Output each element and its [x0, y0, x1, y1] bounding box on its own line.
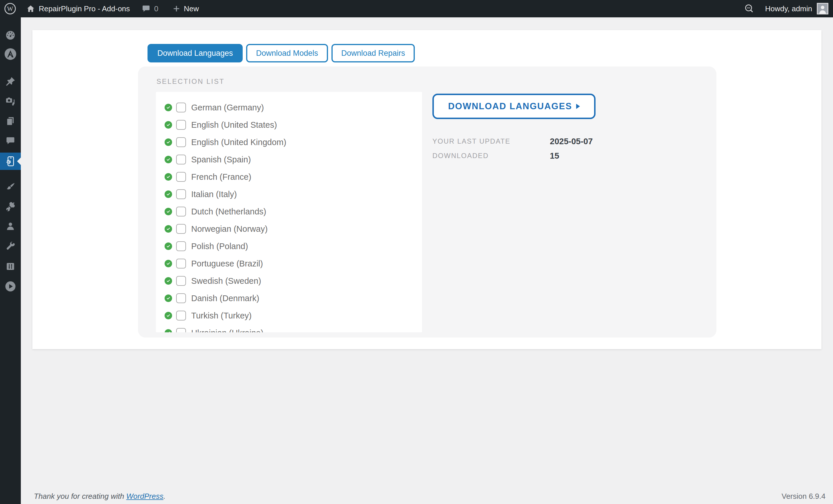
- language-checkbox[interactable]: [176, 120, 186, 130]
- stat-label: YOUR LAST UPDATE: [432, 137, 550, 145]
- language-row: Italian (Italy): [165, 185, 422, 203]
- language-checkbox[interactable]: [176, 293, 186, 303]
- settings-sliders-icon: [5, 261, 16, 272]
- language-label: Danish (Denmark): [191, 294, 259, 303]
- download-stats: YOUR LAST UPDATE 2025-05-07 DOWNLOADED 1…: [432, 134, 704, 163]
- svg-text:W: W: [7, 5, 13, 12]
- language-label: English (United States): [191, 120, 277, 130]
- users-icon: [5, 221, 16, 232]
- downloaded-check-icon: [165, 260, 172, 267]
- language-checkbox[interactable]: [176, 103, 186, 112]
- repairplugin-phone-gear-icon: [4, 155, 17, 167]
- language-checkbox[interactable]: [176, 276, 186, 286]
- pages-icon: [5, 116, 16, 127]
- downloaded-check-icon: [165, 156, 172, 163]
- language-label: Spanish (Spain): [191, 155, 251, 165]
- sidebar-item-dashboard[interactable]: [0, 27, 21, 44]
- language-row: Portuguese (Brazil): [165, 255, 422, 272]
- language-label: Ukrainian (Ukraine): [191, 328, 263, 333]
- sidebar-item-plugin-logo[interactable]: [0, 45, 21, 63]
- language-checkbox[interactable]: [176, 311, 186, 321]
- language-row: Polish (Poland): [165, 237, 422, 255]
- language-checkbox[interactable]: [176, 241, 186, 251]
- tab-download-models[interactable]: Download Models: [246, 44, 328, 62]
- sidebar-item-plugins[interactable]: [0, 198, 21, 215]
- new-label: New: [184, 4, 199, 13]
- stat-value: 15: [550, 151, 559, 161]
- new-menu[interactable]: New: [172, 0, 199, 17]
- language-label: Norwegian (Norway): [191, 224, 267, 234]
- language-row: Danish (Denmark): [165, 289, 422, 307]
- sidebar-item-collapse[interactable]: [0, 278, 21, 295]
- sidebar-item-appearance[interactable]: [0, 178, 21, 195]
- admin-bar: W RepairPlugin Pro - Add-ons 0 New: [0, 0, 833, 17]
- language-checkbox[interactable]: [176, 224, 186, 234]
- sidebar-item-settings[interactable]: [0, 258, 21, 275]
- appearance-brush-icon: [5, 181, 16, 192]
- download-languages-button[interactable]: DOWNLOAD LANGUAGES: [432, 94, 596, 119]
- language-checkbox[interactable]: [176, 259, 186, 269]
- language-label: Turkish (Turkey): [191, 311, 252, 321]
- downloaded-check-icon: [165, 277, 172, 285]
- wordpress-link[interactable]: WordPress: [126, 492, 163, 501]
- language-checkbox[interactable]: [176, 328, 186, 332]
- sidebar-item-comments[interactable]: [0, 132, 21, 149]
- caret-right-icon: [576, 104, 580, 109]
- tab-download-languages[interactable]: Download Languages: [147, 44, 243, 62]
- language-row: Ukrainian (Ukraine): [165, 324, 422, 332]
- plugin-logo-icon: [4, 47, 17, 61]
- site-name: RepairPlugin Pro - Add-ons: [39, 4, 130, 13]
- main-content-card: Download Languages Download Models Downl…: [32, 30, 822, 349]
- language-row: English (United Kingdom): [165, 133, 422, 151]
- downloaded-check-icon: [165, 121, 172, 129]
- language-label: Portuguese (Brazil): [191, 259, 263, 269]
- search-button[interactable]: [744, 0, 755, 17]
- sidebar-item-posts[interactable]: [0, 73, 21, 90]
- language-checkbox[interactable]: [176, 155, 186, 165]
- plus-icon: [172, 4, 181, 13]
- language-label: Swedish (Sweden): [191, 276, 261, 286]
- language-checkbox[interactable]: [176, 207, 186, 217]
- footer-version: Version 6.9.4: [782, 492, 826, 501]
- comments-menu[interactable]: 0: [141, 0, 158, 17]
- language-row: French (France): [165, 168, 422, 185]
- search-icon: [744, 3, 755, 14]
- sidebar-item-tools[interactable]: [0, 237, 21, 255]
- downloaded-check-icon: [165, 312, 172, 319]
- language-checkbox[interactable]: [176, 189, 186, 199]
- language-row: German (Germany): [165, 99, 422, 116]
- download-languages-button-label: DOWNLOAD LANGUAGES: [448, 101, 572, 111]
- language-checkbox[interactable]: [176, 137, 186, 147]
- tab-download-repairs[interactable]: Download Repairs: [331, 44, 415, 62]
- downloaded-check-icon: [165, 329, 172, 332]
- sidebar-item-users[interactable]: [0, 218, 21, 235]
- tools-wrench-icon: [5, 241, 16, 252]
- downloaded-check-icon: [165, 225, 172, 233]
- comment-count: 0: [154, 4, 158, 13]
- comment-bubble-icon: [141, 4, 151, 13]
- avatar[interactable]: [817, 3, 828, 15]
- downloaded-check-icon: [165, 138, 172, 146]
- language-checkbox[interactable]: [176, 172, 186, 182]
- site-menu[interactable]: RepairPlugin Pro - Add-ons: [26, 0, 130, 17]
- language-label: German (Germany): [191, 103, 264, 112]
- language-label: French (France): [191, 172, 251, 182]
- wordpress-logo-icon[interactable]: W: [4, 0, 16, 17]
- downloaded-check-icon: [165, 208, 172, 215]
- downloaded-check-icon: [165, 295, 172, 302]
- admin-sidebar: [0, 17, 21, 504]
- downloaded-check-icon: [165, 243, 172, 250]
- sidebar-item-pages[interactable]: [0, 112, 21, 130]
- sidebar-item-media[interactable]: [0, 93, 21, 110]
- stat-last-update: YOUR LAST UPDATE 2025-05-07: [432, 134, 704, 149]
- language-row: Spanish (Spain): [165, 151, 422, 168]
- download-column: DOWNLOAD LANGUAGES YOUR LAST UPDATE 2025…: [432, 94, 704, 163]
- sidebar-item-repairplugin[interactable]: [0, 153, 21, 170]
- dashboard-icon: [5, 30, 16, 41]
- language-row: English (United States): [165, 116, 422, 133]
- comments-icon: [5, 135, 16, 146]
- language-list: German (Germany) English (United States)…: [156, 92, 422, 332]
- selection-list-title: SELECTION LIST: [157, 77, 224, 85]
- howdy-greeting[interactable]: Howdy, admin: [765, 4, 812, 13]
- stat-label: DOWNLOADED: [432, 152, 550, 160]
